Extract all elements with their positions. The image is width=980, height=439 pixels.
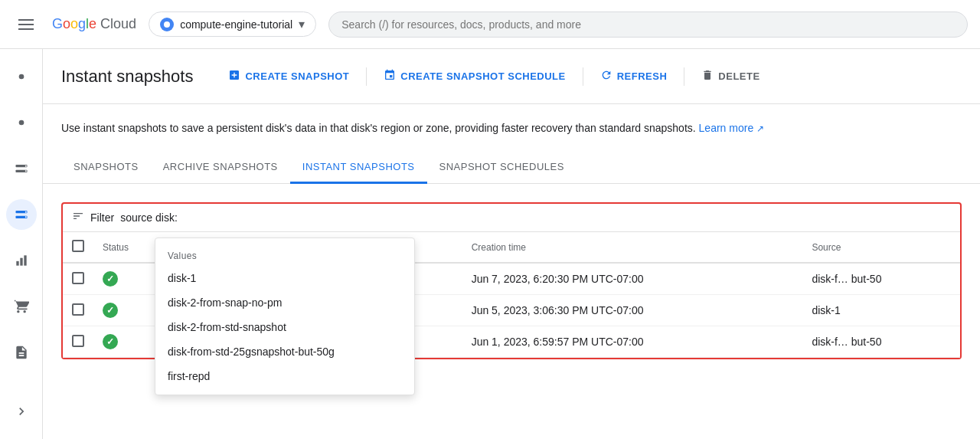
tab-snapshot-schedules[interactable]: SNAPSHOT SCHEDULES	[427, 152, 577, 184]
top-nav: Google Cloud compute-engine-tutorial ▾	[0, 0, 980, 49]
tab-snapshots[interactable]: SNAPSHOTS	[61, 152, 151, 184]
table-area: Filter Values disk-1 disk-2-from-snap-no…	[43, 184, 980, 372]
divider-2	[583, 67, 583, 86]
external-link-icon: ↗	[756, 123, 764, 134]
sidebar-item-metrics[interactable]	[6, 245, 37, 276]
th-status: Status	[93, 232, 155, 263]
project-name: compute-engine-tutorial	[180, 18, 292, 31]
sidebar-expand[interactable]	[6, 396, 37, 427]
svg-point-9	[24, 216, 26, 218]
svg-point-0	[18, 74, 24, 80]
row-1-source: disk-1	[802, 295, 960, 326]
sidebar-item-storage[interactable]	[6, 153, 37, 184]
trash-icon	[701, 69, 714, 84]
dropdown-header: Values	[155, 244, 414, 266]
tabs-bar: SNAPSHOTS ARCHIVE SNAPSHOTS INSTANT SNAP…	[43, 152, 980, 184]
svg-point-5	[24, 170, 26, 172]
row-1-checkbox-cell	[63, 295, 93, 326]
learn-more-link[interactable]: Learn more ↗	[699, 122, 764, 134]
svg-point-1	[18, 120, 24, 126]
filter-label: Filter	[90, 211, 114, 224]
sidebar	[0, 49, 43, 439]
svg-rect-11	[20, 258, 22, 266]
dropdown-item-4[interactable]: first-repd	[155, 364, 414, 388]
row-2-checkbox[interactable]	[72, 335, 84, 347]
dropdown-item-1[interactable]: disk-2-from-snap-no-pm	[155, 290, 414, 315]
row-2-status	[93, 326, 155, 358]
row-1-checkbox[interactable]	[72, 303, 84, 316]
page-title: Instant snapshots	[61, 67, 193, 87]
filter-icon	[72, 210, 84, 225]
th-checkbox	[63, 232, 93, 263]
svg-rect-12	[24, 255, 26, 265]
add-box-icon	[228, 69, 240, 84]
sidebar-item-dot2[interactable]	[6, 107, 37, 138]
hamburger-menu[interactable]	[12, 13, 40, 36]
delete-button[interactable]: DELETE	[691, 63, 770, 90]
filter-table-container: Filter Values disk-1 disk-2-from-snap-no…	[61, 202, 962, 359]
status-ok-icon	[103, 334, 118, 349]
dropdown-item-2[interactable]: disk-2-from-std-snapshot	[155, 315, 414, 339]
search-input[interactable]	[328, 11, 968, 38]
refresh-label: REFRESH	[617, 70, 668, 82]
th-source: Source	[802, 232, 960, 263]
refresh-button[interactable]: REFRESH	[590, 63, 678, 90]
tab-archive-snapshots[interactable]: ARCHIVE SNAPSHOTS	[151, 152, 290, 184]
sidebar-item-dot1[interactable]	[6, 61, 37, 92]
row-2-checkbox-cell	[63, 326, 93, 358]
row-0-checkbox-cell	[63, 263, 93, 295]
status-ok-icon	[103, 271, 118, 287]
create-snapshot-button[interactable]: CREATE SNAPSHOT	[217, 63, 360, 90]
chevron-down-icon: ▾	[299, 17, 305, 31]
row-1-status	[93, 295, 155, 326]
sidebar-item-docs[interactable]	[6, 337, 37, 368]
dropdown-item-3[interactable]: disk-from-std-25gsnapshot-but-50g	[155, 339, 414, 364]
tab-instant-snapshots[interactable]: INSTANT SNAPSHOTS	[290, 152, 427, 184]
divider-3	[684, 67, 684, 86]
divider-1	[366, 67, 367, 86]
row-0-checkbox[interactable]	[72, 272, 84, 284]
page-header: Instant snapshots CREATE SNAPSHOT CREATE…	[43, 49, 980, 104]
refresh-icon	[600, 69, 612, 84]
create-snapshot-label: CREATE SNAPSHOT	[245, 70, 349, 82]
th-creation: Creation time	[462, 232, 803, 263]
project-selector[interactable]: compute-engine-tutorial ▾	[149, 11, 316, 37]
create-snapshot-schedule-label: CREATE SNAPSHOT SCHEDULE	[400, 70, 565, 82]
delete-label: DELETE	[718, 70, 760, 82]
svg-rect-10	[16, 261, 18, 266]
filter-input[interactable]	[120, 211, 951, 224]
create-snapshot-schedule-button[interactable]: CREATE SNAPSHOT SCHEDULE	[373, 63, 576, 90]
svg-point-8	[24, 211, 26, 213]
description-text: Use instant snapshots to save a persiste…	[43, 104, 980, 152]
project-icon	[160, 18, 174, 31]
svg-point-4	[24, 165, 26, 167]
logo-text: Google Cloud	[52, 16, 136, 32]
filter-row: Filter Values disk-1 disk-2-from-snap-no…	[63, 204, 960, 232]
sidebar-item-cart[interactable]	[6, 291, 37, 322]
row-2-creation: Jun 1, 2023, 6:59:57 PM UTC-07:00	[462, 326, 803, 358]
row-0-status	[93, 263, 155, 295]
filter-dropdown: Values disk-1 disk-2-from-snap-no-pm dis…	[155, 238, 415, 395]
select-all-checkbox[interactable]	[72, 240, 84, 252]
row-0-source: disk-f… but-50	[802, 263, 960, 295]
row-1-creation: Jun 5, 2023, 3:06:30 PM UTC-07:00	[462, 295, 803, 326]
row-2-source: disk-f… but-50	[802, 326, 960, 358]
status-ok-icon	[103, 303, 118, 318]
calendar-icon	[384, 69, 396, 84]
main-layout: Instant snapshots CREATE SNAPSHOT CREATE…	[0, 49, 980, 439]
header-actions: CREATE SNAPSHOT CREATE SNAPSHOT SCHEDULE…	[217, 63, 770, 90]
sidebar-item-snapshots[interactable]	[6, 199, 37, 230]
google-cloud-logo: Google Cloud	[52, 16, 136, 32]
row-0-creation: Jun 7, 2023, 6:20:30 PM UTC-07:00	[462, 263, 803, 295]
dropdown-item-0[interactable]: disk-1	[155, 266, 414, 290]
main-content: Instant snapshots CREATE SNAPSHOT CREATE…	[43, 49, 980, 439]
